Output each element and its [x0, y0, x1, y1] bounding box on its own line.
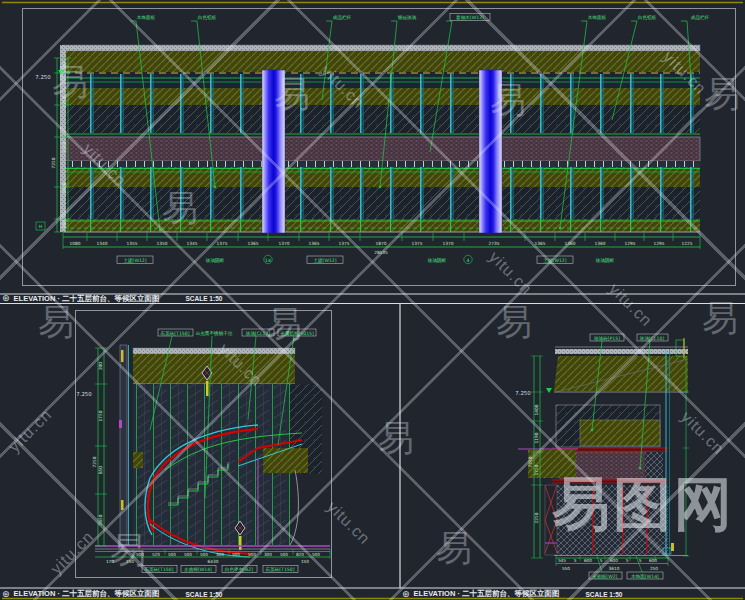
dim: 5: [639, 558, 642, 563]
cad-sheet: 木饰面板 白色铝板 成品栏杆 钢化玻璃 泰柚木[W12] 木饰面板 白色铝板 成…: [0, 0, 745, 600]
dim: 150: [126, 559, 134, 564]
wall-top-callouts: 玻璃砖[P15] 玻璃[CL10]: [590, 334, 668, 469]
stair-bottom-dims: 500 520 500 500 500 300 500 500 300 500 …: [95, 549, 330, 564]
dim: 1345: [187, 241, 198, 246]
drawing-title: ELEVATION · 二十五层前台、等候区立面图: [414, 589, 560, 599]
dim: 2850: [98, 514, 103, 525]
dim: 1870: [376, 241, 387, 246]
callout: 白色硬包[BZ]: [225, 566, 253, 573]
top-elevation-drawing: 木饰面板 白色铝板 成品栏杆 钢化玻璃 泰柚木[W12] 木饰面板 白色铝板 成…: [35, 14, 709, 264]
titlebar-top: ⊛ ELEVATION · 二十五层前台、等候区立面图 SCALE 1:50: [2, 293, 222, 304]
callout: 4: [467, 258, 470, 263]
stair-bottom-callouts: 石英砖[T150] 水曲柳[W14] 白色硬包[BZ] 石英砖[T150]: [142, 566, 298, 574]
dim: 5: [600, 558, 603, 563]
callout: 金属铝板[5015]: [280, 330, 314, 337]
dim: 600: [649, 558, 657, 563]
dim-total: 7250: [51, 157, 56, 168]
dim: 1350: [62, 141, 67, 152]
dim: 2900: [62, 182, 67, 193]
drawing-title: ELEVATION · 二十五层前台、等候区立面图: [14, 294, 160, 304]
callout: 土建[W12]: [543, 258, 566, 264]
drawing-scale: SCALE 1:50: [186, 295, 223, 302]
dim: 500: [280, 552, 288, 557]
dim: 1360: [565, 241, 576, 246]
dim: 600: [584, 558, 592, 563]
dim: 1370: [279, 241, 290, 246]
callout: 出光黑不锈钢干挂: [196, 330, 233, 337]
dim: 600: [610, 558, 618, 563]
dim: 5: [574, 558, 577, 563]
dim-total: 7250: [528, 456, 533, 467]
finish-callout: 白色铝板: [198, 14, 217, 21]
dim: 500: [184, 552, 192, 557]
dim: 1375: [217, 241, 228, 246]
dim: 1355: [127, 241, 138, 246]
titlebar-bottom-left: ⊛ ELEVATION · 二十五层前台、等候区立面图 SCALE 1:50: [2, 589, 222, 600]
callout: 水曲柳[W14]: [184, 567, 212, 573]
dim: 500: [248, 552, 256, 557]
wall-section-drawing: 玻璃砖[P15] 玻璃[CL10] 7.250 1400 1190 1750 2…: [515, 334, 689, 580]
callout: 玻璃[CL10]: [640, 336, 665, 341]
dim: 900: [62, 220, 67, 228]
title-logo-icon: ⊛: [402, 590, 410, 599]
callout: 金刚板[W2]: [593, 574, 618, 580]
finish-callout: 钢化玻璃: [398, 14, 417, 21]
callout: 玻璃隔断: [428, 258, 447, 264]
dim: 250: [650, 566, 658, 571]
bottom-callouts: 土建[W12] 玻璃隔断 14 土建[W12] 玻璃隔断 4 土建[W12] 玻…: [117, 255, 615, 263]
dim: 1360: [595, 241, 606, 246]
callout: 土建[W12]: [123, 258, 146, 264]
dim: 500: [200, 552, 208, 557]
dim: 1295: [654, 241, 665, 246]
dim: 2735: [489, 241, 500, 246]
callout: 14: [265, 258, 271, 263]
dim: 3610: [609, 566, 620, 571]
dim: 170: [106, 559, 114, 564]
drawing-scale: SCALE 1:50: [586, 591, 623, 598]
title-logo-icon: ⊛: [2, 590, 10, 599]
level-marker: 7.250: [76, 391, 92, 397]
title-logo-icon: ⊛: [2, 294, 10, 303]
dim: 500: [232, 552, 240, 557]
dim-total: 7250: [92, 456, 97, 467]
dim: 1225: [682, 241, 693, 246]
datum-label: H: [39, 224, 42, 229]
callout: 玻璃隔断: [596, 258, 615, 264]
dim: 200: [62, 62, 67, 70]
dim: 300: [264, 552, 272, 557]
bottom-dim-chain: 1080 1340 1355 1350 1345 1375 1365 1370 …: [63, 233, 700, 255]
dim: 5: [626, 558, 629, 563]
dim: 1375: [339, 241, 350, 246]
wall-bottom-dims: 545 5 600 5 600 5 5 600 550 3610 250: [556, 556, 668, 571]
dim-total: 28535: [374, 250, 388, 255]
dim: 300: [216, 552, 224, 557]
callout: 木饰面[W14]: [631, 573, 659, 580]
dim: 1080: [70, 241, 81, 246]
drawing-scale: SCALE 1:50: [186, 591, 223, 598]
callout: 土建[W12]: [313, 258, 336, 264]
dim: 1295: [625, 241, 636, 246]
column: [479, 70, 502, 233]
level-marker: 7.250: [515, 390, 531, 396]
wall-assembly: [120, 345, 127, 545]
dim: 1350: [157, 241, 168, 246]
dim: 545: [558, 558, 566, 563]
dim: 1190: [534, 432, 539, 443]
dim: 1400: [534, 404, 539, 415]
column: [262, 70, 285, 233]
stair-left-dims: 7.250 200 1750 850 2850 7250: [76, 348, 107, 546]
finish-callout: 成品栏杆: [691, 15, 710, 20]
dim: 200: [98, 362, 103, 370]
finish-callout: 白色铝板: [638, 14, 657, 21]
dim: 6430: [208, 559, 219, 564]
dim: 550: [562, 566, 570, 571]
dim: 150: [301, 559, 309, 564]
titlebar-bottom-right: ⊛ ELEVATION · 二十五层前台、等候区立面图 SCALE 1:50: [402, 589, 622, 600]
finish-callout: 成品栏杆: [333, 15, 352, 20]
dim: 820: [296, 552, 304, 557]
dim: 1340: [97, 241, 108, 246]
callout: 玻璃隔断: [206, 258, 225, 264]
dim: 520: [152, 552, 160, 557]
callout: 玻璃砖[P15]: [594, 336, 620, 341]
dim: 2750: [62, 96, 67, 107]
